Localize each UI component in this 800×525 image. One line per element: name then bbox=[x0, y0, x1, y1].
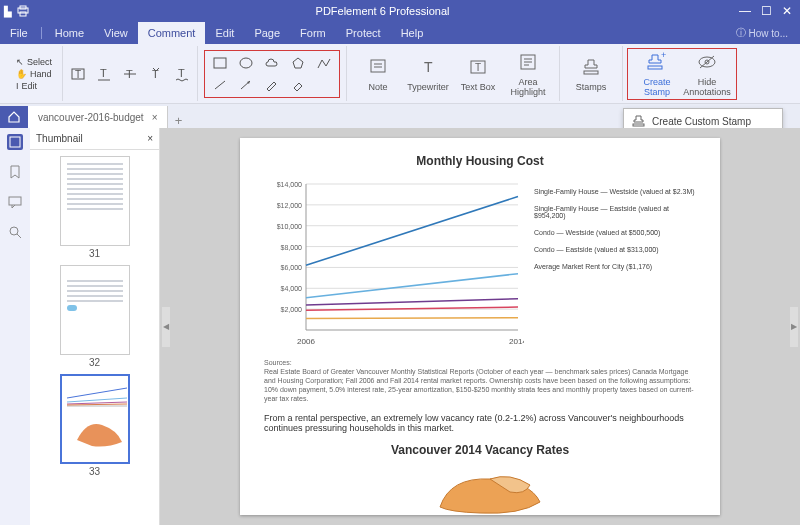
document-view[interactable]: ◀ ▶ Monthly Housing Cost $2,000$4,000$6,… bbox=[160, 128, 800, 525]
maximize-button[interactable]: ☐ bbox=[761, 5, 772, 17]
vacancy-map bbox=[264, 467, 696, 517]
svg-text:$12,000: $12,000 bbox=[277, 202, 302, 209]
chart-legend: Single-Family House — Westside (valued a… bbox=[534, 178, 696, 348]
chart-title: Monthly Housing Cost bbox=[264, 154, 696, 168]
thumbnails-tab-icon[interactable] bbox=[7, 134, 23, 150]
thumbnail-panel: Thumbnail × 31 32 33 bbox=[30, 128, 160, 525]
edit-cursor-icon: I bbox=[16, 81, 19, 91]
svg-line-38 bbox=[17, 234, 21, 238]
thumbnail-32[interactable]: 32 bbox=[60, 265, 130, 368]
search-icon[interactable] bbox=[7, 224, 23, 240]
document-tab[interactable]: vancouver-2016-budget × bbox=[28, 106, 168, 128]
ribbon: ↖Select ✋Hand IEdit T T T T T bbox=[0, 44, 800, 104]
svg-line-14 bbox=[215, 81, 225, 89]
menu-comment[interactable]: Comment bbox=[138, 22, 206, 44]
window-title: PDFelement 6 Professional bbox=[34, 5, 731, 17]
shape-rectangle[interactable] bbox=[211, 54, 229, 72]
menu-bar: File Home View Comment Edit Page Form Pr… bbox=[0, 22, 800, 44]
svg-text:$14,000: $14,000 bbox=[277, 181, 302, 188]
tab-title: vancouver-2016-budget bbox=[38, 112, 144, 123]
pencil-tool[interactable] bbox=[263, 76, 281, 94]
shape-oval[interactable] bbox=[237, 54, 255, 72]
stamp-icon bbox=[580, 56, 602, 78]
svg-line-41 bbox=[67, 398, 127, 402]
main-area: Thumbnail × 31 32 33 bbox=[0, 128, 800, 525]
new-tab-button[interactable]: + bbox=[168, 113, 188, 128]
svg-text:+: + bbox=[661, 52, 666, 60]
shape-polygon[interactable] bbox=[289, 54, 307, 72]
bookmarks-icon[interactable] bbox=[7, 164, 23, 180]
menu-protect[interactable]: Protect bbox=[336, 22, 391, 44]
thumbnail-33[interactable]: 33 bbox=[60, 374, 130, 477]
svg-point-37 bbox=[10, 227, 18, 235]
menu-help[interactable]: Help bbox=[391, 22, 434, 44]
app-logo: ▙ bbox=[0, 5, 34, 17]
sources-block: Sources: Real Estate Board of Greater Va… bbox=[264, 358, 696, 403]
title-bar: ▙ PDFelement 6 Professional — ☐ ✕ bbox=[0, 0, 800, 22]
cursor-icon: ↖ bbox=[16, 57, 24, 67]
area-highlight-icon bbox=[517, 51, 539, 73]
ribbon-textmarkup-group: T T T T T bbox=[63, 46, 198, 101]
tab-close-button[interactable]: × bbox=[152, 112, 158, 123]
next-page-handle[interactable]: ▶ bbox=[790, 307, 798, 347]
highlight-tool[interactable]: T bbox=[69, 65, 87, 83]
tool-hand[interactable]: ✋Hand bbox=[16, 69, 52, 79]
underline-tool[interactable]: T bbox=[95, 65, 113, 83]
menu-home[interactable]: Home bbox=[45, 22, 94, 44]
area-highlight-button[interactable]: Area Highlight bbox=[503, 51, 553, 97]
stamps-button[interactable]: Stamps bbox=[566, 56, 616, 92]
ribbon-stamp-actions-group: + Create Stamp Hide Annotations Create C… bbox=[623, 46, 741, 101]
svg-line-40 bbox=[67, 388, 127, 398]
ribbon-shapes-group bbox=[198, 46, 346, 101]
tool-select[interactable]: ↖Select bbox=[16, 57, 52, 67]
note-icon bbox=[367, 56, 389, 78]
app-icon: ▙ bbox=[4, 6, 12, 17]
hide-annotations-button[interactable]: Hide Annotations bbox=[682, 51, 732, 97]
eraser-tool[interactable] bbox=[289, 76, 307, 94]
svg-text:T: T bbox=[100, 67, 107, 79]
menu-view[interactable]: View bbox=[94, 22, 138, 44]
svg-marker-13 bbox=[293, 58, 303, 68]
svg-text:2006: 2006 bbox=[297, 337, 315, 346]
typewriter-icon: T bbox=[417, 56, 439, 78]
shape-line[interactable] bbox=[211, 76, 229, 94]
thumbnail-close-button[interactable]: × bbox=[147, 133, 153, 144]
ribbon-annotation-group: Note T Typewriter T Text Box Area Highli… bbox=[346, 46, 560, 101]
textbox-button[interactable]: T Text Box bbox=[453, 51, 503, 97]
howto-link[interactable]: ⓘ How to... bbox=[724, 26, 800, 40]
typewriter-button[interactable]: T Typewriter bbox=[403, 51, 453, 97]
housing-cost-chart: $2,000$4,000$6,000$8,000$10,000$12,000$1… bbox=[264, 178, 524, 348]
perspective-text: From a rental perspective, an extremely … bbox=[264, 413, 696, 433]
svg-text:$8,000: $8,000 bbox=[281, 244, 303, 251]
menu-page[interactable]: Page bbox=[244, 22, 290, 44]
menu-form[interactable]: Form bbox=[290, 22, 336, 44]
thumbnail-31[interactable]: 31 bbox=[60, 156, 130, 259]
minimize-button[interactable]: — bbox=[739, 5, 751, 17]
comments-panel-icon[interactable] bbox=[7, 194, 23, 210]
menu-edit[interactable]: Edit bbox=[205, 22, 244, 44]
strikethrough-tool[interactable]: T bbox=[121, 65, 139, 83]
shape-cloud[interactable] bbox=[263, 54, 281, 72]
caret-tool[interactable]: T bbox=[147, 65, 165, 83]
home-tab[interactable] bbox=[0, 106, 28, 128]
menu-file[interactable]: File bbox=[0, 22, 38, 44]
create-stamp-button[interactable]: + Create Stamp bbox=[632, 51, 682, 97]
shape-connected-lines[interactable] bbox=[315, 54, 333, 72]
prev-page-handle[interactable]: ◀ bbox=[162, 307, 170, 347]
svg-point-12 bbox=[240, 58, 252, 68]
svg-text:2014: 2014 bbox=[509, 337, 524, 346]
thumbnail-header: Thumbnail × bbox=[30, 128, 159, 150]
svg-text:T: T bbox=[475, 62, 481, 73]
shape-arrow[interactable] bbox=[237, 76, 255, 94]
note-button[interactable]: Note bbox=[353, 51, 403, 97]
svg-rect-27 bbox=[584, 71, 598, 74]
squiggly-tool[interactable]: T bbox=[173, 65, 191, 83]
tool-edit[interactable]: IEdit bbox=[16, 81, 52, 91]
svg-text:$10,000: $10,000 bbox=[277, 223, 302, 230]
create-stamp-icon: + bbox=[646, 51, 668, 73]
textbox-icon: T bbox=[467, 56, 489, 78]
help-icon: ⓘ bbox=[736, 26, 746, 40]
quickprint-icon[interactable] bbox=[16, 5, 30, 17]
hand-icon: ✋ bbox=[16, 69, 27, 79]
close-button[interactable]: ✕ bbox=[782, 5, 792, 17]
